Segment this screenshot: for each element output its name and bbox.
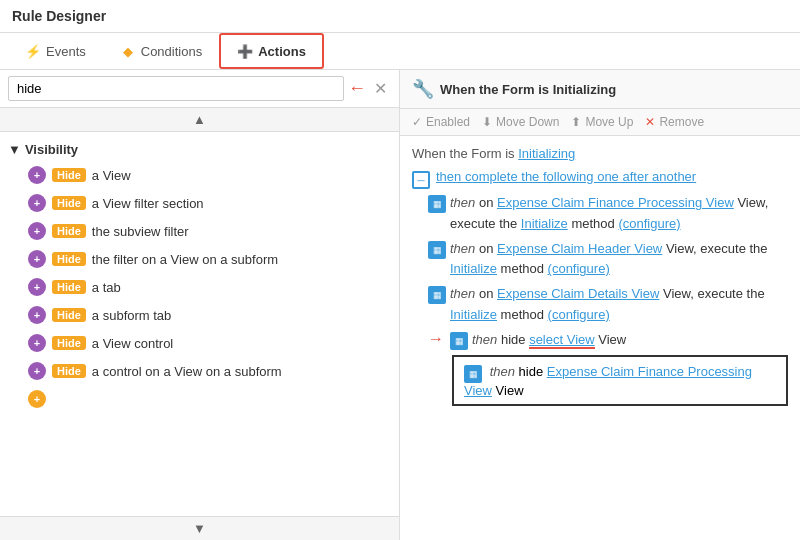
list-item[interactable]: + Hide a View filter section — [0, 189, 399, 217]
list-item[interactable]: + Hide a subform tab — [0, 301, 399, 329]
row-icon-3: ▦ — [428, 286, 446, 304]
tab-events-label: Events — [46, 44, 86, 59]
item-add-icon: + — [28, 278, 46, 296]
rule-row-1: ▦ then on Expense Claim Finance Processi… — [428, 193, 788, 235]
row-link-view-2[interactable]: Expense Claim Header View — [497, 241, 662, 256]
search-arrow-icon: ← — [348, 78, 366, 99]
row-icon-4: ▦ — [450, 332, 468, 350]
item-add-icon: + — [28, 222, 46, 240]
move-down-button[interactable]: ⬇ Move Down — [482, 115, 559, 129]
list-item[interactable]: + Hide a View control — [0, 329, 399, 357]
conditions-icon: ◆ — [120, 43, 136, 59]
row-link-config-3[interactable]: (configure) — [548, 307, 610, 322]
row-text-1: then on Expense Claim Finance Processing… — [450, 193, 788, 235]
tab-events[interactable]: ⚡ Events — [8, 34, 103, 68]
tab-actions[interactable]: ➕ Actions — [219, 33, 324, 69]
search-clear-button[interactable]: ✕ — [370, 77, 391, 100]
item-text: the subview filter — [92, 224, 189, 239]
list-item[interactable]: + Hide the filter on a View on a subform — [0, 245, 399, 273]
row-link-method-2[interactable]: Initialize — [450, 261, 497, 276]
row-link-method-1[interactable]: Initialize — [521, 216, 568, 231]
item-add-icon: + — [28, 250, 46, 268]
then-keyword-1: then — [450, 195, 475, 210]
rule-trigger: When the Form is Initializing — [412, 146, 788, 161]
scroll-up-button[interactable]: ▲ — [0, 108, 399, 132]
search-input[interactable] — [8, 76, 344, 101]
row-link-config-1[interactable]: (configure) — [618, 216, 680, 231]
right-header: 🔧 When the Form is Initializing — [400, 70, 800, 109]
remove-button[interactable]: ✕ Remove — [645, 115, 704, 129]
row-link-view-1[interactable]: Expense Claim Finance Processing View — [497, 195, 734, 210]
then-keyword-h: then — [490, 364, 515, 379]
enabled-label: Enabled — [426, 115, 470, 129]
row-text-on-3: on — [479, 286, 497, 301]
list-item[interactable]: + — [0, 385, 399, 413]
rule-blocks: ▦ then on Expense Claim Finance Processi… — [428, 193, 788, 406]
move-down-label: Move Down — [496, 115, 559, 129]
row-link-config-2[interactable]: (configure) — [548, 261, 610, 276]
list-item[interactable]: + Hide a control on a View on a subform — [0, 357, 399, 385]
then-keyword-3: then — [450, 286, 475, 301]
item-add-icon: + — [28, 306, 46, 324]
hide-badge: Hide — [52, 336, 86, 350]
arrow-indicator: → — [428, 330, 444, 348]
row-link-view-4[interactable]: select View — [529, 332, 595, 349]
then-keyword-2: then — [450, 241, 475, 256]
hide-badge: Hide — [52, 280, 86, 294]
item-text: a View filter section — [92, 196, 204, 211]
item-add-icon: + — [28, 362, 46, 380]
item-text: a View — [92, 168, 131, 183]
main-content: ← ✕ ▲ ▼ Visibility + Hide a View + Hide … — [0, 70, 800, 540]
row-text-hide-4: hide — [501, 332, 529, 347]
row-icon-1: ▦ — [428, 195, 446, 213]
section-label: Visibility — [25, 142, 78, 157]
move-down-icon: ⬇ — [482, 115, 492, 129]
header-icon: 🔧 — [412, 78, 434, 100]
search-bar: ← ✕ — [0, 70, 399, 108]
item-add-icon: + — [28, 334, 46, 352]
row-text-3: then on Expense Claim Details View View,… — [450, 284, 788, 326]
row-text-on-1: on — [479, 195, 497, 210]
hide-badge: Hide — [52, 196, 86, 210]
tab-conditions[interactable]: ◆ Conditions — [103, 34, 219, 68]
move-up-button[interactable]: ⬆ Move Up — [571, 115, 633, 129]
row-text-view-4: View — [598, 332, 626, 347]
then-keyword-4: then — [472, 332, 497, 347]
row-text-method-1: method — [571, 216, 618, 231]
item-add-icon: + — [28, 390, 46, 408]
events-icon: ⚡ — [25, 43, 41, 59]
block-minus-icon: ─ — [412, 171, 430, 189]
tree-section-visibility: ▼ Visibility — [0, 138, 399, 161]
highlighted-icon: ▦ — [464, 365, 482, 383]
trigger-link[interactable]: Initializing — [518, 146, 575, 161]
rule-row-3: ▦ then on Expense Claim Details View Vie… — [428, 284, 788, 326]
row-link-method-3[interactable]: Initialize — [450, 307, 497, 322]
list-item[interactable]: + Hide the subview filter — [0, 217, 399, 245]
toolbar: ✓ Enabled ⬇ Move Down ⬆ Move Up ✕ Remove — [400, 109, 800, 136]
row-link-view-3[interactable]: Expense Claim Details View — [497, 286, 659, 301]
row-text-exec-2: View, execute the — [666, 241, 768, 256]
list-item[interactable]: + Hide a View — [0, 161, 399, 189]
title-bar: Rule Designer — [0, 0, 800, 33]
hide-badge: Hide — [52, 364, 86, 378]
list-item[interactable]: + Hide a tab — [0, 273, 399, 301]
move-up-icon: ⬆ — [571, 115, 581, 129]
item-text: a tab — [92, 280, 121, 295]
row-text-exec-3: View, execute the — [663, 286, 765, 301]
row-text-2: then on Expense Claim Header View View, … — [450, 239, 788, 281]
rule-content: When the Form is Initializing ─ then com… — [400, 136, 800, 540]
expand-icon[interactable]: ▼ — [8, 142, 21, 157]
item-text: a control on a View on a subform — [92, 364, 282, 379]
scroll-down-button[interactable]: ▼ — [0, 516, 399, 540]
item-text: a subform tab — [92, 308, 172, 323]
app-title: Rule Designer — [12, 8, 106, 24]
right-panel: 🔧 When the Form is Initializing ✓ Enable… — [400, 70, 800, 540]
item-text: a View control — [92, 336, 173, 351]
trigger-text: When the Form is — [412, 146, 518, 161]
rule-row-4: → ▦ then hide select View View — [428, 330, 788, 351]
enabled-button[interactable]: ✓ Enabled — [412, 115, 470, 129]
remove-label: Remove — [659, 115, 704, 129]
hide-badge: Hide — [52, 224, 86, 238]
move-up-label: Move Up — [585, 115, 633, 129]
block-intro-text[interactable]: then complete the following one after an… — [436, 169, 696, 184]
